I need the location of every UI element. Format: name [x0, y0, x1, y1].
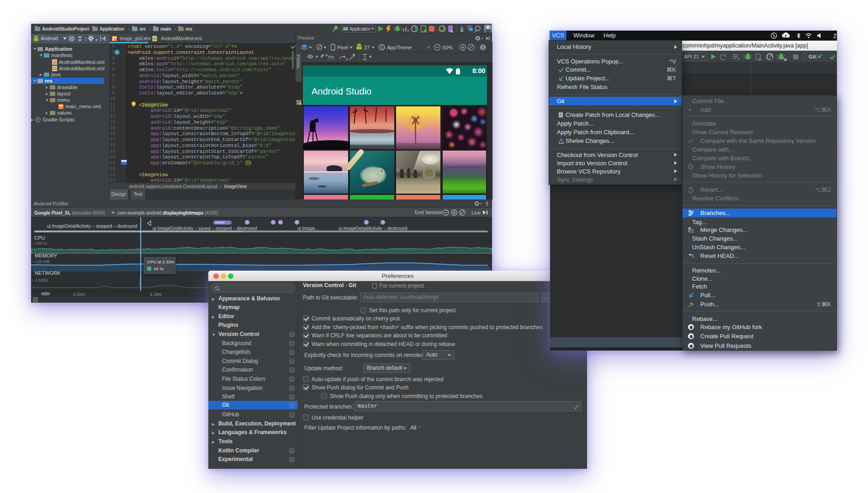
svg-text:AppTheme: AppTheme: [387, 45, 412, 50]
svg-text:2: 2: [833, 33, 836, 39]
svg-text:Git:: Git:: [809, 54, 818, 59]
svg-text:Application: Application: [349, 26, 370, 31]
svg-text:50%: 50%: [443, 45, 453, 50]
svg-text:»: »: [427, 44, 430, 50]
svg-text:API 21: API 21: [684, 54, 699, 59]
svg-text:27: 27: [364, 45, 370, 50]
svg-text:Pixel: Pixel: [337, 45, 348, 50]
svg-text:Live: Live: [471, 210, 481, 215]
svg-text:8dp: 8dp: [328, 55, 334, 59]
svg-text:C: C: [381, 45, 384, 50]
